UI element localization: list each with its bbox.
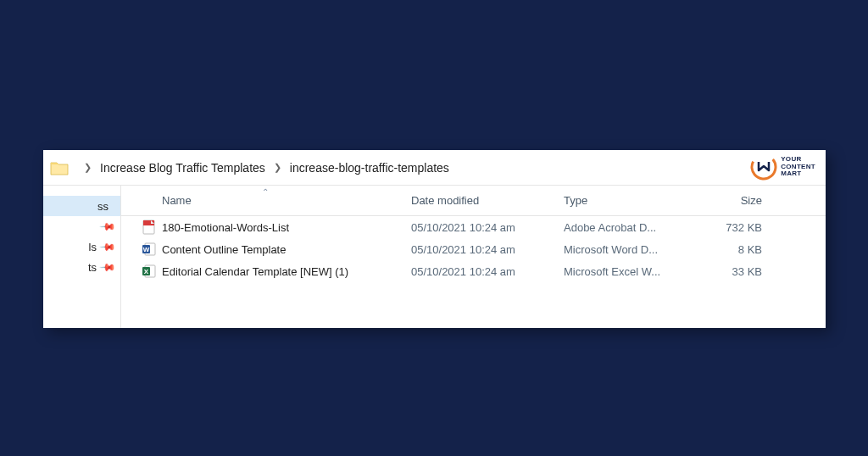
file-size: 732 KB [699,221,776,234]
nav-item[interactable]: ss [43,196,120,216]
pin-icon: 📌 [99,238,116,255]
file-row[interactable]: W Content Outline Template 05/10/2021 10… [121,238,826,260]
sort-ascending-icon: ⌃ [262,187,269,197]
chevron-right-icon: ❯ [77,162,98,173]
pin-icon: 📌 [99,259,116,275]
brand-text: YOUR CONTENT MART [781,156,815,177]
excel-file-icon: X [142,264,157,279]
column-header-name[interactable]: Name ⌃ [160,194,411,207]
nav-item-label: ts [43,261,97,274]
file-explorer-window: ❯ Increase Blog Traffic Templates ❯ incr… [43,150,826,328]
content-area: ss 📌 ls 📌 ts 📌 Name ⌃ Date [43,186,826,328]
column-headers: Name ⌃ Date modified Type Size [121,186,826,216]
navigation-pane: ss 📌 ls 📌 ts 📌 [43,186,121,328]
file-date: 05/10/2021 10:24 am [411,265,564,278]
svg-text:X: X [144,268,149,275]
pdf-file-icon [142,220,157,235]
folder-icon [50,160,69,175]
file-list-pane: Name ⌃ Date modified Type Size 180-Emoti… [121,186,826,328]
pin-icon: 📌 [99,218,116,235]
word-file-icon: W [142,242,157,257]
column-header-size[interactable]: Size [699,194,776,207]
file-row[interactable]: 180-Emotional-Words-List 05/10/2021 10:2… [121,216,826,238]
file-name: 180-Emotional-Words-List [160,221,411,234]
breadcrumb-bar: ❯ Increase Blog Traffic Templates ❯ incr… [43,150,826,186]
nav-item[interactable]: ts 📌 [43,257,120,277]
nav-item[interactable]: ls 📌 [43,236,120,257]
breadcrumb-segment[interactable]: increase-blog-traffic-templates [288,161,451,175]
file-size: 8 KB [699,243,776,256]
brand-mark-icon [750,153,777,181]
brand-logo: YOUR CONTENT MART [750,153,815,181]
nav-item-label: ss [43,200,108,213]
file-rows: 180-Emotional-Words-List 05/10/2021 10:2… [121,216,826,282]
file-name: Content Outline Template [160,243,411,256]
svg-text:W: W [143,246,150,253]
file-type: Microsoft Excel W... [564,265,699,278]
column-header-date[interactable]: Date modified [411,194,564,207]
nav-item[interactable]: 📌 [43,216,120,236]
file-date: 05/10/2021 10:24 am [411,243,564,256]
file-size: 33 KB [699,265,776,278]
file-type: Microsoft Word D... [564,243,699,256]
file-name: Editorial Calendar Template [NEW] (1) [160,265,411,278]
nav-item-label: ls [43,241,97,253]
file-date: 05/10/2021 10:24 am [411,221,564,234]
file-row[interactable]: X Editorial Calendar Template [NEW] (1) … [121,260,826,282]
column-header-type[interactable]: Type [564,194,699,207]
file-type: Adobe Acrobat D... [564,221,699,234]
chevron-right-icon: ❯ [267,162,288,173]
breadcrumb-segment[interactable]: Increase Blog Traffic Templates [98,161,267,175]
